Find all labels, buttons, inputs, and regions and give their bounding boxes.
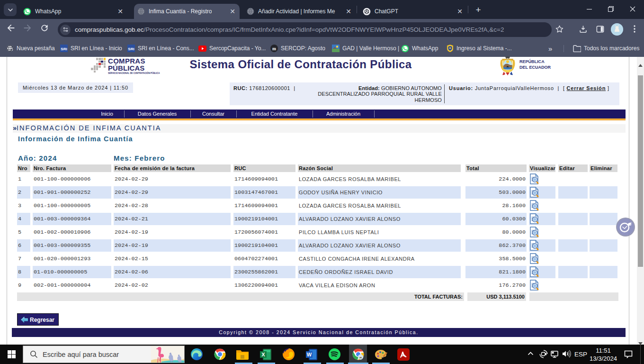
svg-text:SRi: SRi — [128, 47, 134, 51]
svg-text:SRi: SRi — [61, 47, 67, 51]
svg-text:m: m — [272, 46, 276, 51]
svg-text:W: W — [307, 352, 312, 357]
svg-text:X: X — [261, 352, 265, 357]
